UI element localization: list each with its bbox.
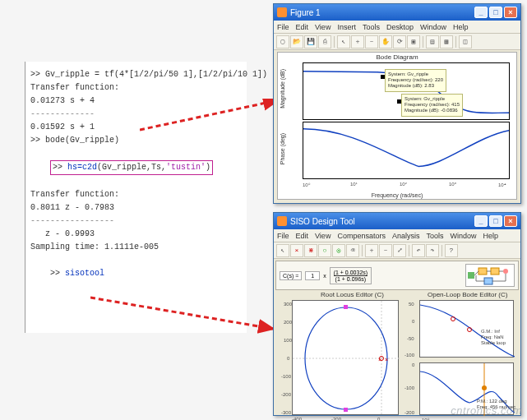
siso-content: C(s) = 1 x (1 + 0.0032s) (1 + 0.096s) Ro…: [274, 261, 520, 420]
datatip-1[interactable]: System: Gv_ripple Frequency (rad/sec): 2…: [385, 69, 446, 92]
zoom-xy-button[interactable]: ⤢: [393, 244, 406, 257]
titlebar[interactable]: SISO Design Tool _ □ ×: [274, 213, 520, 229]
redo-button[interactable]: ↷: [426, 244, 439, 257]
undo-button[interactable]: ↶: [412, 244, 425, 257]
add-pole-button[interactable]: ×: [290, 244, 303, 257]
xlabel: Frequency (rad/sec): [372, 192, 423, 198]
code-line: z - 0.9993: [30, 228, 242, 241]
architecture-diagram[interactable]: [465, 264, 515, 287]
current-compensator-panel: C(s) = 1 x (1 + 0.0032s) (1 + 0.096s): [275, 261, 519, 290]
menu-compensators[interactable]: Compensators: [337, 232, 386, 240]
datatip-button[interactable]: ▣: [407, 35, 420, 48]
code-line: -------------: [30, 108, 242, 121]
svg-rect-4: [491, 268, 499, 275]
maximize-button[interactable]: □: [489, 215, 502, 227]
siso-plot-area: Root Locus Editor (C) × × 300 200 100 0 …: [275, 292, 519, 420]
bode-plot-area[interactable]: Bode Diagram Magnitude (dB) System: Gv_r…: [277, 52, 517, 200]
highlighted-command: >> hs=c2d(Gv_ripple,Ts,'tustin'): [50, 160, 213, 175]
xtick: 10⁴: [498, 182, 506, 187]
root-locus-curve: × ×: [293, 301, 400, 416]
svg-rect-3: [478, 268, 487, 275]
root-locus-plot[interactable]: × ×: [292, 300, 399, 415]
xtick: 10⁰: [303, 182, 310, 187]
colorbar-button[interactable]: ▤: [426, 35, 439, 48]
svg-rect-10: [344, 305, 348, 309]
zoom-in-button[interactable]: ＋: [351, 35, 364, 48]
svg-text:×: ×: [385, 357, 388, 363]
xtick: 10²: [400, 182, 407, 187]
svg-point-15: [451, 317, 455, 321]
pan-button[interactable]: ✋: [379, 35, 392, 48]
help-button[interactable]: ?: [445, 244, 458, 257]
open-button[interactable]: 📂: [290, 35, 303, 48]
menu-file[interactable]: File: [277, 232, 289, 240]
menu-tools[interactable]: Tools: [426, 232, 443, 240]
menu-view[interactable]: View: [315, 23, 331, 31]
code-line: Transfer function:: [30, 81, 242, 95]
svg-point-6: [503, 269, 508, 274]
menu-window[interactable]: Window: [450, 232, 476, 240]
menu-help[interactable]: Help: [453, 23, 469, 31]
siso-design-tool-window[interactable]: SISO Design Tool _ □ × File Edit View Co…: [273, 212, 521, 416]
window-title: SISO Design Tool: [290, 217, 474, 226]
erase-button[interactable]: ⌫: [346, 244, 359, 257]
rotate-button[interactable]: ⟳: [393, 35, 406, 48]
menu-edit[interactable]: Edit: [296, 232, 309, 240]
svg-rect-5: [484, 278, 492, 284]
gain-margin-annotation: G.M.: InfFreq: NaNStable loop: [481, 329, 506, 346]
add-zero-button[interactable]: ○: [318, 244, 331, 257]
menubar[interactable]: File Edit View Compensators Analysis Too…: [274, 229, 520, 242]
xtick: 10¹: [350, 182, 358, 187]
menu-tools[interactable]: Tools: [363, 23, 380, 31]
menu-file[interactable]: File: [277, 23, 289, 31]
menu-desktop[interactable]: Desktop: [386, 23, 414, 31]
titlebar[interactable]: Figure 1 _ □ ×: [274, 4, 520, 21]
maximize-button[interactable]: □: [489, 7, 502, 18]
figure-toolbar[interactable]: ▢ 📂 💾 ⎙ ↖ ＋ － ✋ ⟳ ▣ ▤ ▦ ◫: [274, 34, 520, 50]
menu-insert[interactable]: Insert: [337, 23, 356, 31]
zoom-in-button[interactable]: ＋: [365, 244, 378, 257]
close-button[interactable]: ×: [504, 7, 517, 18]
zoom-out-button[interactable]: －: [365, 35, 378, 48]
gain-field[interactable]: 1: [305, 271, 320, 280]
code-line: >> bode(Gv_ripple): [30, 134, 242, 147]
watermark: cntronics.com: [451, 404, 522, 417]
zoom-out-button[interactable]: －: [379, 244, 392, 257]
arrow-tool-button[interactable]: ↖: [337, 35, 350, 48]
compensator-expression[interactable]: (1 + 0.0032s) (1 + 0.096s): [330, 267, 372, 284]
menu-view[interactable]: View: [315, 232, 331, 240]
compensator-select[interactable]: C(s) =: [280, 271, 302, 280]
legend-button[interactable]: ▦: [440, 35, 453, 48]
siso-toolbar[interactable]: ↖ × ⋇ ○ ◎ ⌫ ＋ － ⤢ ↶ ↷ ?: [274, 242, 520, 259]
menu-analysis[interactable]: Analysis: [392, 232, 420, 240]
code-line: >> Gv_ripple = tf(4*[1/2/pi/50 1],[1/2/p…: [30, 68, 242, 81]
phase-curve: [303, 122, 509, 178]
print-button[interactable]: ⎙: [318, 35, 331, 48]
code-line: Sampling time: 1.1111e-005: [30, 241, 242, 254]
figure-window[interactable]: Figure 1 _ □ × File Edit View Insert Too…: [273, 3, 521, 204]
add-complex-zero-button[interactable]: ◎: [332, 244, 345, 257]
axes-props-button[interactable]: ◫: [459, 35, 472, 48]
menu-help[interactable]: Help: [483, 232, 498, 240]
menu-window[interactable]: Window: [420, 23, 446, 31]
save-button[interactable]: 💾: [304, 35, 317, 48]
phase-axes[interactable]: [303, 122, 510, 179]
add-complex-pole-button[interactable]: ⋇: [304, 244, 317, 257]
plot-title: Bode Diagram: [376, 53, 418, 61]
minimize-button[interactable]: _: [474, 215, 488, 227]
datatip-2[interactable]: System: Gv_ripple Frequency (rad/sec): 4…: [401, 94, 463, 117]
new-figure-button[interactable]: ▢: [276, 35, 289, 48]
svg-rect-2: [468, 272, 474, 279]
minimize-button[interactable]: _: [474, 7, 488, 18]
code-line: 0.01592 s + 1: [30, 121, 242, 134]
rlocus-title: Root Locus Editor (C): [321, 291, 384, 298]
menubar[interactable]: File Edit View Insert Tools Desktop Wind…: [274, 21, 520, 34]
code-line: 0.8011 z - 0.7983: [30, 201, 242, 215]
bode-title: Open-Loop Bode Editor (C): [428, 291, 507, 298]
svg-rect-11: [344, 408, 348, 412]
close-button[interactable]: ×: [504, 215, 517, 227]
code-line: Transfer function:: [30, 188, 242, 201]
arrow-tool-button[interactable]: ↖: [276, 244, 289, 257]
svg-point-18: [482, 385, 487, 390]
menu-edit[interactable]: Edit: [296, 23, 309, 31]
